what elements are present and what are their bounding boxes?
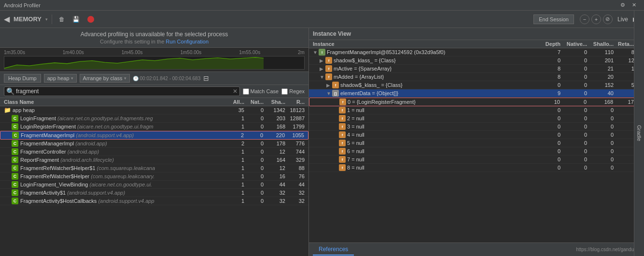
instance-row[interactable]: ▶fshadow$_klass_ = {Class}00152540	[309, 81, 644, 89]
instance-col-name-header[interactable]: Instance	[313, 41, 536, 47]
app-heap-button[interactable]: app heap ▾	[44, 74, 77, 83]
alloc-cell: 1	[223, 190, 244, 196]
memory-dropdown-arrow[interactable]: ▾	[45, 17, 48, 22]
bottom-tabs: References https://blog.csdn.net/ganduwe	[309, 242, 644, 256]
arrange-dropdown-arrow: ▾	[124, 76, 126, 81]
live-label: Live	[617, 16, 628, 23]
instance-row[interactable]: ▶fshadow$_klass_ = {Class}002011262	[309, 57, 644, 65]
instance-col-depth-header[interactable]: Depth	[536, 41, 560, 47]
instance-row[interactable]: ▼[]elementData = {Object[]}904040	[309, 89, 644, 98]
instance-toggle[interactable]: ▶	[320, 58, 325, 63]
class-name-cell: FragmentActivity$1 (android.support.v4.a…	[20, 190, 223, 196]
references-tab[interactable]: References	[313, 244, 354, 256]
shallow-cell: 220	[263, 132, 285, 138]
instance-row[interactable]: f4 = null0000	[309, 131, 644, 139]
shallow-cell: 0	[587, 107, 614, 113]
record-button[interactable]	[84, 14, 97, 24]
native-column-header[interactable]: Nat...	[244, 99, 264, 105]
shallow-cell: 0	[587, 140, 614, 146]
retain-cell: 329	[285, 157, 305, 163]
instance-toggle[interactable]: ▼	[313, 50, 319, 55]
title-bar: Android Profiler ⚙ ✕	[0, 0, 644, 11]
instance-row[interactable]: f1 = null0000	[309, 106, 644, 114]
alloc-cell: 1	[223, 198, 244, 204]
gradle-label[interactable]: Gradle	[634, 11, 644, 256]
search-icon: 🔍	[6, 87, 14, 95]
field-type-icon: f	[339, 115, 346, 122]
shallow-cell: 0	[587, 156, 614, 162]
class-list-row[interactable]: CFragmentManagerImpl (android.app)201787…	[0, 140, 308, 148]
search-bar: 🔍 ✕ Match Case Regex	[0, 85, 308, 98]
instance-toggle[interactable]: ▶	[320, 66, 325, 71]
end-session-button[interactable]: End Session	[533, 14, 574, 24]
class-icon: C	[12, 148, 18, 155]
instance-row[interactable]: f3 = null0000	[309, 123, 644, 131]
class-list-row[interactable]: CFragmentActivity$1 (android.support.v4.…	[0, 189, 308, 197]
class-name-cell: FragmentRefWatcher$Helper (com.squareup.…	[20, 173, 223, 179]
class-icon: C	[12, 165, 18, 171]
instance-toggle[interactable]: ▶	[326, 83, 332, 88]
minus-button[interactable]: −	[580, 14, 589, 24]
instance-row[interactable]: f0 = {LoginRegisterFragment}1001681799	[309, 98, 644, 106]
instance-toggle[interactable]: ▼	[320, 74, 325, 80]
instance-row[interactable]: f2 = null0000	[309, 114, 644, 123]
instance-row[interactable]: f5 = null0000	[309, 139, 644, 147]
instance-row[interactable]: f7 = null0000	[309, 156, 644, 164]
shallow-column-header[interactable]: Sha...	[264, 99, 285, 105]
shallow-cell: 40	[587, 90, 614, 96]
class-name-cell: FragmentRefWatcher$Helper$1 (com.squareu…	[20, 165, 223, 171]
regex-checkbox[interactable]	[281, 88, 288, 95]
class-list-row[interactable]: CFragmentRefWatcher$Helper (com.squareup…	[0, 172, 308, 181]
block-button[interactable]: ⊘	[603, 14, 613, 24]
search-input[interactable]	[16, 88, 233, 95]
instance-row[interactable]: ▼fmAdded = {ArrayList}802060	[309, 73, 644, 81]
class-list-row[interactable]: 📁app heap350134218123	[0, 106, 308, 114]
arrange-button[interactable]: Arrange by class ▾	[80, 74, 130, 83]
retain-column-header[interactable]: R...	[285, 99, 305, 105]
instance-toggle[interactable]: ▼	[326, 91, 332, 96]
back-button[interactable]: ◀	[4, 14, 10, 24]
run-configuration-link[interactable]: Run Configuration	[166, 39, 209, 44]
save-button[interactable]: 💾	[70, 14, 83, 24]
instance-row[interactable]: f6 = null0000	[309, 147, 644, 156]
delete-button[interactable]: 🗑	[56, 14, 68, 24]
instance-name-cell: f7 = null	[313, 156, 536, 163]
class-list-row[interactable]: CFragmentManagerImpl (android.support.v4…	[0, 131, 308, 140]
clear-search-button[interactable]: ✕	[233, 88, 238, 95]
plus-button[interactable]: +	[591, 14, 601, 24]
shallow-cell: 20	[587, 74, 614, 80]
class-list-row[interactable]: CLoginFragment_ViewBinding (aicare.net.c…	[0, 181, 308, 189]
class-list-row[interactable]: CFragmentController (android.app)1012744	[0, 148, 308, 156]
instance-col-shallow-header[interactable]: Shallo...	[587, 41, 614, 47]
memory-label: MEMORY	[14, 15, 42, 23]
class-list-row[interactable]: CFragmentActivity$HostCallbacks (android…	[0, 197, 308, 205]
instance-row[interactable]: ▼IFragmentManagerImpl@853124592 (0x32d9a…	[309, 48, 644, 57]
instance-row[interactable]: f8 = null0000	[309, 164, 644, 172]
class-name-cell: LoginRegisterFragment (aicare.net.cn.goo…	[20, 124, 223, 129]
instance-name-text: 8 = null	[347, 165, 536, 171]
timeline-bar[interactable]	[4, 56, 305, 70]
save-icon: 💾	[72, 16, 80, 23]
match-case-label: Match Case	[243, 88, 279, 95]
classname-column-header[interactable]: Class Name	[4, 99, 223, 105]
shallow-cell: 12	[264, 149, 285, 155]
configure-msg: Configure this setting in the Run Config…	[4, 39, 305, 44]
field-type-icon: f	[339, 164, 346, 171]
class-list-row[interactable]: CReportFragment (android.arch.lifecycle)…	[0, 156, 308, 164]
class-list-row[interactable]: CLoginRegisterFragment (aicare.net.cn.go…	[0, 123, 308, 131]
instance-col-native-header[interactable]: Native...	[560, 41, 587, 47]
class-list-row[interactable]: CLoginFragment (aicare.net.cn.goodtype.u…	[0, 114, 308, 123]
heap-dump-button[interactable]: Heap Dump	[4, 74, 41, 83]
shallow-cell: 164	[264, 157, 285, 163]
gear-icon[interactable]: ⚙	[620, 2, 625, 8]
match-case-checkbox[interactable]	[243, 88, 249, 95]
field-type-icon: f	[339, 99, 346, 105]
alloc-column-header[interactable]: All...	[223, 99, 244, 105]
shallow-cell: 44	[264, 182, 285, 187]
instance-name-cell: ▼[]elementData = {Object[]}	[313, 90, 536, 97]
instance-row[interactable]: ▶fmActive = {SparseArray}8021109	[309, 65, 644, 73]
native-cell: 0	[560, 99, 587, 105]
filter-button[interactable]: ⊟	[203, 74, 209, 82]
class-list-row[interactable]: CFragmentRefWatcher$Helper$1 (com.square…	[0, 164, 308, 172]
close-icon[interactable]: ✕	[632, 2, 636, 8]
